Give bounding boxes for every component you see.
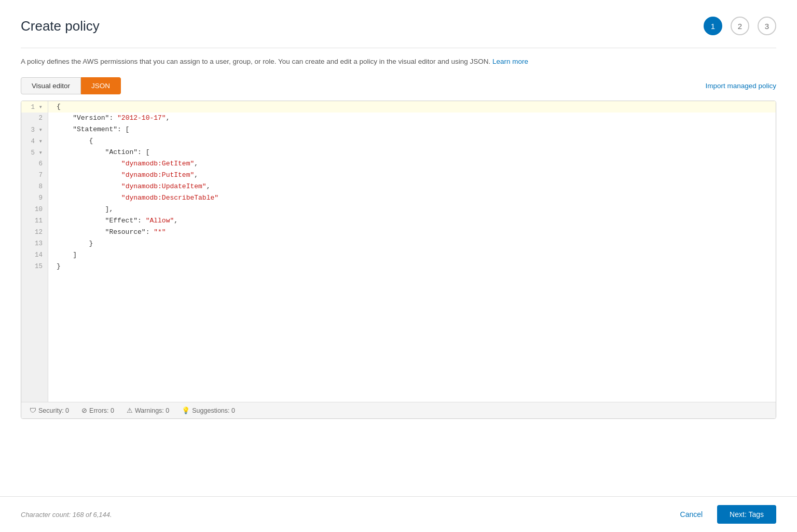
code-line-13: } xyxy=(48,238,776,249)
page-wrapper: Create policy 1 2 3 A policy defines the… xyxy=(0,0,797,532)
code-line-11: "Effect": "Allow", xyxy=(48,215,776,227)
editor-footer: 🛡 Security: 0 ⊘ Errors: 0 ⚠ Warnings: 0 … xyxy=(21,402,776,418)
code-line-14: ] xyxy=(48,249,776,261)
code-line-8: "dynamodb:UpdateItem", xyxy=(48,181,776,192)
editor-container: 1 ▾ 2 3 ▾ 4 ▾ 5 ▾ 6 7 8 9 10 11 12 13 14… xyxy=(21,101,776,419)
line-num-14: 14 xyxy=(21,249,48,261)
warnings-status: ⚠ Warnings: 0 xyxy=(127,407,169,414)
bottom-bar: Character count: 168 of 6,144. Cancel Ne… xyxy=(0,496,797,532)
import-managed-policy-link[interactable]: Import managed policy xyxy=(705,82,776,90)
bottom-actions: Cancel Next: Tags xyxy=(672,505,776,524)
code-line-10: ], xyxy=(48,204,776,215)
step-3: 3 xyxy=(758,17,776,35)
cancel-button[interactable]: Cancel xyxy=(672,506,711,523)
code-line-1: { xyxy=(48,101,776,113)
tabs: Visual editor JSON xyxy=(21,77,121,94)
line-num-6: 6 xyxy=(21,158,48,170)
code-line-7: "dynamodb:PutItem", xyxy=(48,170,776,181)
line-num-13: 13 xyxy=(21,238,48,249)
code-line-15: } xyxy=(48,261,776,272)
header-divider xyxy=(21,48,776,48)
errors-status: ⊘ Errors: 0 xyxy=(81,407,114,414)
errors-icon: ⊘ xyxy=(81,407,87,414)
char-count: Character count: 168 of 6,144. xyxy=(21,511,112,519)
line-num-9: 9 xyxy=(21,192,48,204)
header-row: Create policy 1 2 3 xyxy=(21,17,776,35)
line-num-11: 11 xyxy=(21,215,48,227)
tab-visual-editor[interactable]: Visual editor xyxy=(21,77,81,94)
security-icon: 🛡 xyxy=(30,407,36,414)
line-num-2: 2 xyxy=(21,113,48,124)
step-1: 1 xyxy=(704,17,722,35)
editor-area[interactable]: 1 ▾ 2 3 ▾ 4 ▾ 5 ▾ 6 7 8 9 10 11 12 13 14… xyxy=(21,101,776,402)
suggestions-icon: 💡 xyxy=(182,407,190,414)
line-num-8: 8 xyxy=(21,181,48,192)
suggestions-status: 💡 Suggestions: 0 xyxy=(182,407,235,414)
learn-more-link[interactable]: Learn more xyxy=(492,58,528,65)
security-status: 🛡 Security: 0 xyxy=(30,407,69,414)
code-line-3: "Statement": [ xyxy=(48,124,776,135)
line-num-1: 1 ▾ xyxy=(21,101,48,113)
code-line-12: "Resource": "*" xyxy=(48,227,776,238)
description-row: A policy defines the AWS permissions tha… xyxy=(21,57,776,67)
code-line-6: "dynamodb:GetItem", xyxy=(48,158,776,170)
page-title: Create policy xyxy=(21,18,100,34)
line-num-3: 3 ▾ xyxy=(21,124,48,135)
line-numbers: 1 ▾ 2 3 ▾ 4 ▾ 5 ▾ 6 7 8 9 10 11 12 13 14… xyxy=(21,101,48,402)
tabs-and-import: Visual editor JSON Import managed policy xyxy=(21,77,776,94)
line-num-4: 4 ▾ xyxy=(21,135,48,147)
tab-json[interactable]: JSON xyxy=(81,77,121,94)
code-line-5: "Action": [ xyxy=(48,147,776,158)
code-line-2: "Version": "2012-10-17", xyxy=(48,113,776,124)
line-num-12: 12 xyxy=(21,227,48,238)
warnings-icon: ⚠ xyxy=(127,407,133,414)
line-num-15: 15 xyxy=(21,261,48,272)
code-line-9: "dynamodb:DescribeTable" xyxy=(48,192,776,204)
line-num-5: 5 ▾ xyxy=(21,147,48,158)
code-line-4: { xyxy=(48,135,776,147)
step-2: 2 xyxy=(731,17,749,35)
code-editor[interactable]: { "Version": "2012-10-17", "Statement": … xyxy=(48,101,776,402)
line-num-10: 10 xyxy=(21,204,48,215)
line-num-7: 7 xyxy=(21,170,48,181)
next-tags-button[interactable]: Next: Tags xyxy=(717,505,776,524)
step-indicators: 1 2 3 xyxy=(704,17,776,35)
